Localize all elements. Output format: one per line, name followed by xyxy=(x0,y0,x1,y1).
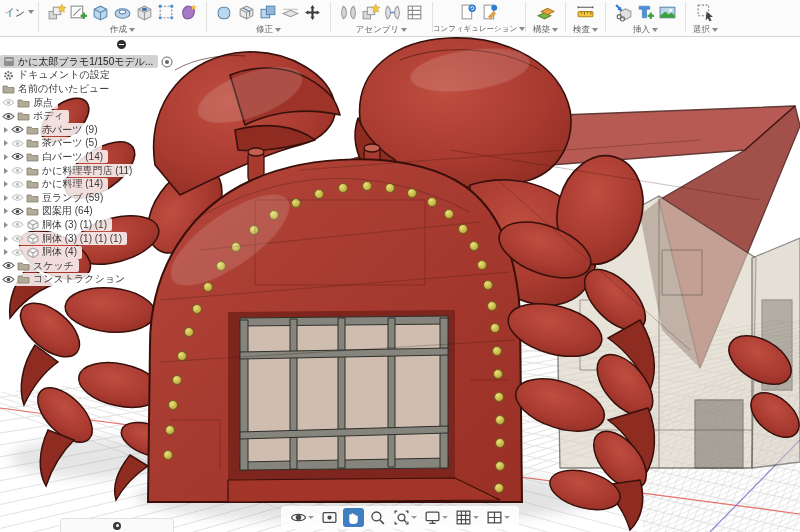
bom-icon[interactable] xyxy=(404,1,425,23)
create-form-icon[interactable] xyxy=(178,1,199,23)
edit-configuration-icon[interactable] xyxy=(480,1,501,23)
move-icon[interactable] xyxy=(302,1,323,23)
group-label-insert[interactable]: 挿入 xyxy=(633,24,650,36)
expand-arrow-icon[interactable] xyxy=(1,208,10,214)
look-at-icon[interactable] xyxy=(319,508,340,527)
group-label-create[interactable]: 作成 xyxy=(110,24,127,36)
visibility-eye-icon[interactable] xyxy=(10,180,25,189)
pan-icon[interactable] xyxy=(343,508,364,527)
chevron-down-icon xyxy=(129,28,135,32)
browser-item-crab-dish[interactable]: かに料理 (14) xyxy=(0,177,140,191)
visibility-eye-icon[interactable] xyxy=(1,261,16,270)
component-icon xyxy=(25,233,40,244)
expand-arrow-icon[interactable] xyxy=(1,140,10,146)
create-sketch-icon[interactable] xyxy=(68,1,89,23)
zoom-icon[interactable] xyxy=(367,508,388,527)
group-label-inspect[interactable]: 検査 xyxy=(573,24,590,36)
new-component-assembly-icon[interactable] xyxy=(360,1,381,23)
expand-arrow-icon[interactable] xyxy=(1,154,10,160)
visibility-eye-icon[interactable] xyxy=(10,220,25,229)
folder-icon xyxy=(25,166,40,176)
configuration-icon[interactable] xyxy=(458,1,479,23)
browser-item-design-use[interactable]: 図案用 (64) xyxy=(0,205,140,219)
browser-item-bodies[interactable]: ボディ xyxy=(0,109,140,123)
pattern-icon[interactable] xyxy=(156,1,177,23)
folder-icon xyxy=(25,206,40,216)
split-icon[interactable] xyxy=(280,1,301,23)
browser-item-body-2[interactable]: 胴体 (3) (1) (1) (1) xyxy=(0,232,140,246)
joint-icon[interactable] xyxy=(338,1,359,23)
expand-arrow-icon[interactable] xyxy=(1,222,10,228)
workspace-selector[interactable]: イン xyxy=(0,0,34,36)
hole-icon[interactable] xyxy=(134,1,155,23)
group-label-modify[interactable]: 修正 xyxy=(256,24,273,36)
as-built-joint-icon[interactable] xyxy=(382,1,403,23)
browser-item-sketches[interactable]: スケッチ xyxy=(0,259,140,273)
toolbar-separator xyxy=(330,2,331,32)
browser-panel: かに太郎プラモ1/150モデル... ドキュメントの設定 名前の付いたビュー 原… xyxy=(0,40,140,286)
visibility-eye-icon[interactable] xyxy=(1,112,16,121)
chevron-down-icon xyxy=(652,28,658,32)
orbit-icon[interactable] xyxy=(288,508,316,527)
browser-item-brown-parts[interactable]: 茶パーツ (5) xyxy=(0,137,140,151)
insert-derive-icon[interactable] xyxy=(613,1,634,23)
group-label-configuration[interactable]: コンフィギュレーション xyxy=(433,24,517,34)
browser-item-document-settings[interactable]: ドキュメントの設定 xyxy=(0,69,140,83)
group-label-construct[interactable]: 構築 xyxy=(533,24,550,36)
expand-arrow-icon[interactable] xyxy=(1,249,10,255)
expand-arrow-icon[interactable] xyxy=(1,181,10,187)
timeline-gear-icon[interactable] xyxy=(113,522,121,530)
revolve-icon[interactable] xyxy=(112,1,133,23)
viewports-icon[interactable] xyxy=(484,508,512,527)
browser-item-lamps[interactable]: 豆ランプ (59) xyxy=(0,191,140,205)
folder-icon xyxy=(25,138,40,148)
fillet-icon[interactable] xyxy=(214,1,235,23)
toolbar-separator xyxy=(685,2,686,32)
group-label-select[interactable]: 選択 xyxy=(693,24,710,36)
browser-collapse-icon[interactable] xyxy=(117,40,126,49)
display-settings-icon[interactable] xyxy=(422,508,450,527)
visibility-eye-icon[interactable] xyxy=(10,139,25,148)
browser-item-body-3[interactable]: 胴体 (4) xyxy=(0,245,140,259)
browser-item-origin[interactable]: 原点 xyxy=(0,96,140,110)
grid-settings-icon[interactable] xyxy=(453,508,481,527)
browser-item-body-1[interactable]: 胴体 (3) (1) (1) xyxy=(0,218,140,232)
browser-item-white-parts[interactable]: 白パーツ (14) xyxy=(0,150,140,164)
document-row[interactable]: かに太郎プラモ1/150モデル... xyxy=(0,55,140,69)
group-label-assemble[interactable]: アセンブリ xyxy=(356,24,400,36)
visibility-eye-icon[interactable] xyxy=(10,248,25,257)
expand-arrow-icon[interactable] xyxy=(1,168,10,174)
toolbar-group-assemble: アセンブリ xyxy=(335,0,428,36)
construct-plane-icon[interactable] xyxy=(535,1,556,23)
visibility-eye-icon[interactable] xyxy=(10,234,25,243)
insert-image-icon[interactable] xyxy=(657,1,678,23)
insert-text-icon[interactable] xyxy=(635,1,656,23)
folder-icon xyxy=(25,179,40,189)
fit-icon[interactable] xyxy=(391,508,419,527)
visibility-eye-icon[interactable] xyxy=(1,98,16,107)
visibility-eye-icon[interactable] xyxy=(10,152,25,161)
expand-arrow-icon[interactable] xyxy=(1,127,10,133)
select-icon[interactable] xyxy=(695,1,716,23)
toolbar-group-select: 選択 xyxy=(690,0,721,36)
browser-item-crab-restaurant[interactable]: かに料理専門店 (11) xyxy=(0,164,140,178)
browser-item-named-views[interactable]: 名前の付いたビュー xyxy=(0,82,140,96)
activate-radio-icon[interactable] xyxy=(161,56,173,68)
component-icon xyxy=(25,247,40,258)
shell-icon[interactable] xyxy=(236,1,257,23)
expand-arrow-icon[interactable] xyxy=(1,236,10,242)
browser-item-construction[interactable]: コンストラクション xyxy=(0,273,140,287)
toolbar-separator xyxy=(605,2,606,32)
new-component-icon[interactable] xyxy=(46,1,67,23)
visibility-eye-icon[interactable] xyxy=(1,275,16,284)
visibility-eye-icon[interactable] xyxy=(10,193,25,202)
visibility-eye-icon[interactable] xyxy=(10,125,25,134)
timeline-panel[interactable] xyxy=(60,518,174,532)
browser-item-red-parts[interactable]: 赤パーツ (9) xyxy=(0,123,140,137)
visibility-eye-icon[interactable] xyxy=(10,166,25,175)
measure-icon[interactable] xyxy=(575,1,596,23)
extrude-icon[interactable] xyxy=(90,1,111,23)
expand-arrow-icon[interactable] xyxy=(1,195,10,201)
combine-icon[interactable] xyxy=(258,1,279,23)
visibility-eye-icon[interactable] xyxy=(10,207,25,216)
